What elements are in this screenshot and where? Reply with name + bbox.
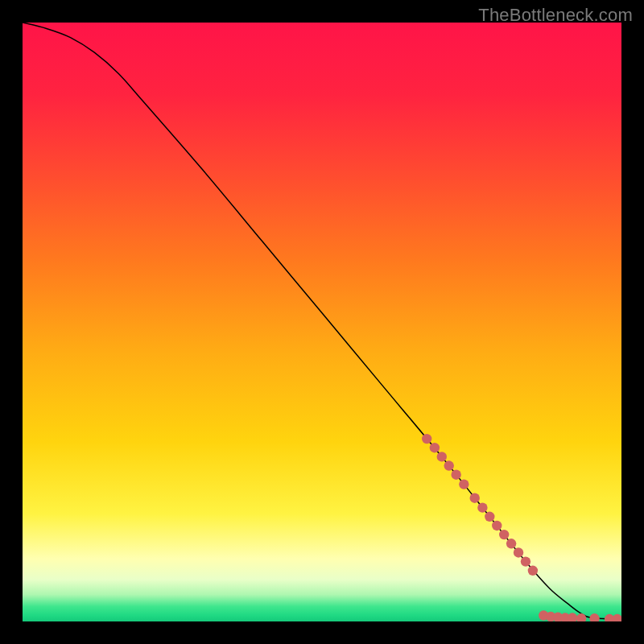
scatter-dot — [485, 512, 494, 522]
scatter-dot — [430, 443, 440, 452]
scatter-dot — [470, 493, 480, 503]
scatter-dot — [492, 521, 502, 530]
scatter-dot — [459, 479, 469, 489]
scatter-dot — [499, 530, 509, 539]
scatter-dot — [506, 539, 516, 548]
scatter-dot — [477, 502, 487, 512]
scatter-dot — [437, 452, 447, 461]
scatter-dot — [444, 460, 454, 470]
scatter-dot — [451, 470, 460, 480]
gradient-rect — [23, 23, 621, 621]
app-frame: TheBottleneck.com — [0, 0, 644, 644]
scatter-dot — [528, 566, 538, 576]
scatter-dot — [422, 434, 431, 444]
scatter-dot — [521, 556, 530, 566]
plot-area — [23, 23, 621, 621]
scatter-dot — [514, 547, 523, 557]
chart-svg — [23, 23, 621, 621]
